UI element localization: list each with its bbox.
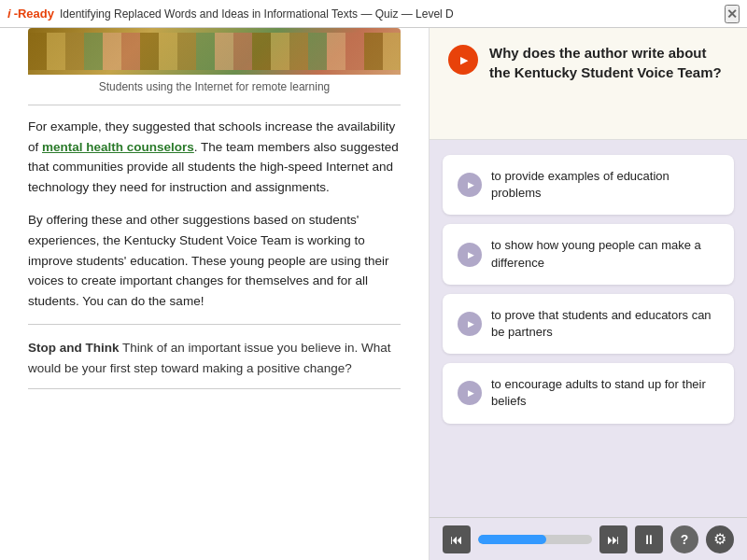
iready-logo: i -Ready	[7, 7, 54, 21]
image-bar-decoration	[28, 33, 401, 70]
main-area: Students using the Internet for remote l…	[0, 28, 747, 560]
paragraph-2: By offering these and other suggestions …	[28, 210, 401, 311]
question-text: Why does the author write about the Kent…	[489, 43, 728, 82]
help-button[interactable]: ?	[670, 525, 698, 553]
image-caption: Students using the Internet for remote l…	[28, 75, 401, 105]
divider-2	[28, 388, 401, 389]
logo-ready: -Ready	[14, 7, 54, 21]
answer-c-text: to prove that students and educators can…	[491, 307, 719, 341]
progress-fill	[478, 535, 546, 544]
logo-i: i	[7, 7, 11, 21]
title-bar-title: Identifying Replaced Words and Ideas in …	[60, 7, 454, 21]
answer-b-audio-button[interactable]	[458, 243, 482, 267]
answer-a-audio-button[interactable]	[458, 173, 482, 197]
answers-area: to provide examples of education problem…	[430, 140, 747, 517]
prev-button[interactable]: ⏮	[443, 525, 471, 553]
mental-health-link[interactable]: mental health counselors	[42, 140, 194, 154]
bottom-bar: ⏮ ⏭ ⏸ ? ⚙	[430, 517, 747, 560]
answer-c-audio-button[interactable]	[458, 312, 482, 336]
answer-d-audio-button[interactable]	[458, 381, 482, 405]
answer-option-d[interactable]: to encourage adults to stand up for thei…	[443, 363, 734, 423]
question-audio-button[interactable]	[448, 45, 478, 75]
answer-b-text: to show how young people can make a diff…	[491, 237, 719, 271]
progress-track	[478, 535, 592, 544]
stop-think-label: Stop and Think	[28, 341, 120, 355]
article-body: For example, they suggested that schools…	[28, 117, 401, 311]
answer-d-text: to encourage adults to stand up for thei…	[491, 376, 719, 410]
answer-a-text: to provide examples of education problem…	[491, 168, 719, 202]
title-bar: i -Ready Identifying Replaced Words and …	[0, 0, 747, 28]
next-button[interactable]: ⏭	[599, 525, 627, 553]
right-panel: Why does the author write about the Kent…	[430, 28, 747, 560]
question-header: Why does the author write about the Kent…	[430, 28, 747, 140]
pause-button[interactable]: ⏸	[635, 525, 663, 553]
close-button[interactable]: ✕	[725, 5, 740, 23]
stop-think-section: Stop and Think Think of an important iss…	[28, 338, 401, 378]
answer-option-b[interactable]: to show how young people can make a diff…	[443, 224, 734, 284]
title-bar-left: i -Ready Identifying Replaced Words and …	[7, 7, 454, 21]
paragraph-1: For example, they suggested that schools…	[28, 117, 401, 197]
settings-button[interactable]: ⚙	[706, 525, 734, 553]
divider-1	[28, 324, 401, 325]
left-panel: Students using the Internet for remote l…	[0, 28, 430, 560]
answer-option-a[interactable]: to provide examples of education problem…	[443, 155, 734, 215]
answer-option-c[interactable]: to prove that students and educators can…	[443, 294, 734, 354]
article-image	[28, 28, 401, 75]
